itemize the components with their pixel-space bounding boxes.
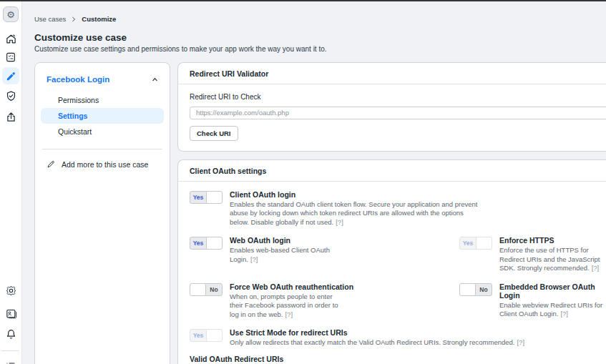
help-link[interactable]: [?] — [336, 218, 343, 226]
validator-card-title: Redirect URI Validator — [178, 63, 606, 84]
oauth-card-title: Client OAuth settings — [178, 160, 606, 182]
setting-title: Use Strict Mode for redirect URIs — [230, 328, 524, 337]
toggle-enforce-https: Yes — [459, 237, 492, 250]
toggle-knob — [206, 330, 222, 341]
toggle-web-oauth-login[interactable]: Yes — [190, 237, 223, 250]
toggle-state-label: Yes — [190, 192, 206, 203]
settings-gear-icon — [5, 285, 17, 297]
setting-description: When on, prompts people to enter their F… — [230, 292, 346, 320]
toggle-knob — [206, 237, 222, 249]
toggle-knob — [476, 237, 492, 249]
use-case-nav-panel: Facebook Login Permissions Settings Quic… — [34, 62, 170, 364]
setting-title: Force Web OAuth reauthentication — [230, 282, 353, 291]
toggle-strict-mode: Yes — [190, 329, 223, 342]
use-case-title: Facebook Login — [47, 75, 109, 84]
pencil-icon — [6, 71, 16, 82]
home-nav-button[interactable] — [2, 30, 19, 47]
edit-pencil-icon — [47, 159, 56, 169]
toggle-embedded-browser-login[interactable]: No — [459, 283, 492, 296]
toggle-state-label: Yes — [190, 330, 206, 341]
add-more-button[interactable]: Add more to this use case — [35, 149, 170, 179]
valid-oauth-redirect-uris-section: Valid OAuth Redirect URIs A manually spe… — [190, 355, 606, 364]
setting-description: Enforce the use of HTTPS for Redirect UR… — [499, 246, 606, 273]
help-link[interactable]: [?] — [560, 310, 568, 318]
publish-nav-button[interactable] — [2, 108, 19, 125]
checklist-icon — [5, 51, 16, 63]
setting-description: Enables the standard OAuth client token … — [230, 200, 482, 227]
app-avatar-button[interactable]: ⚙ — [2, 6, 19, 23]
toggle-knob — [206, 192, 222, 203]
sidebar-divider — [1, 350, 19, 351]
setting-web-oauth-login: Yes Web OAuth login Enables web-based Cl… — [190, 236, 459, 273]
help-link[interactable]: [?] — [517, 338, 524, 346]
toggle-force-reauthentication[interactable]: No — [190, 283, 223, 296]
breadcrumb: Use cases Customize — [34, 15, 116, 23]
page-subtitle: Customize use case settings and permissi… — [34, 45, 327, 53]
nav-item-permissions[interactable]: Permissions — [41, 92, 164, 108]
use-case-header[interactable]: Facebook Login — [35, 63, 170, 92]
setting-title: Web OAuth login — [230, 236, 346, 245]
setting-description: Enables web-based Client OAuth Login.[?] — [230, 246, 346, 264]
menu-list-button[interactable] — [2, 358, 19, 364]
nav-item-settings[interactable]: Settings — [41, 108, 164, 124]
app-settings-button[interactable] — [2, 282, 19, 299]
redirect-uri-field-label: Redirect URI to Check — [190, 93, 606, 101]
chevron-right-icon — [71, 16, 77, 22]
setting-description: Only allow redirects that exactly match … — [230, 338, 524, 348]
nav-item-quickstart[interactable]: Quickstart — [41, 124, 164, 139]
shield-check-icon — [5, 90, 17, 102]
publish-up-arrow-icon — [5, 111, 17, 123]
app-roles-button[interactable] — [2, 305, 19, 322]
check-uri-button[interactable]: Check URI — [190, 126, 238, 141]
toggle-state-label: No — [206, 284, 222, 295]
toggle-state-label: Yes — [460, 237, 476, 249]
toggle-knob — [460, 284, 476, 295]
notifications-bell-icon — [5, 328, 17, 340]
requirements-nav-button[interactable] — [2, 49, 19, 66]
page-title: Customize use case — [34, 32, 127, 43]
toggle-state-label: No — [476, 284, 492, 295]
setting-enforce-https: Yes Enforce HTTPS Enforce the use of HTT… — [459, 236, 606, 273]
redirect-uri-input[interactable] — [190, 107, 606, 119]
setting-force-reauthentication: No Force Web OAuth reauthentication When… — [190, 282, 459, 320]
app-sidebar: ⚙ — [0, 1, 22, 364]
toggle-client-oauth-login[interactable]: Yes — [190, 191, 223, 204]
app-review-nav-button[interactable] — [2, 87, 19, 104]
chevron-up-icon — [152, 77, 158, 83]
notifications-button[interactable] — [2, 325, 19, 343]
app-gear-avatar-icon: ⚙ — [3, 6, 19, 22]
toggle-knob — [190, 284, 206, 295]
help-link[interactable]: [?] — [250, 255, 258, 263]
main-content: Redirect URI Validator Redirect URI to C… — [177, 62, 606, 364]
breadcrumb-current: Customize — [82, 15, 116, 23]
help-link[interactable]: [?] — [592, 264, 600, 272]
menu-list-icon — [5, 360, 16, 364]
contact-card-icon — [5, 308, 17, 320]
breadcrumb-use-cases-link[interactable]: Use cases — [34, 15, 66, 23]
help-link[interactable]: [?] — [285, 310, 293, 318]
setting-title: Enforce HTTPS — [499, 236, 606, 245]
setting-strict-mode: Yes Use Strict Mode for redirect URIs On… — [190, 328, 524, 348]
setting-title: Client OAuth login — [230, 190, 482, 199]
add-more-label: Add more to this use case — [62, 160, 148, 169]
redirect-uri-validator-card: Redirect URI Validator Redirect URI to C… — [177, 62, 606, 152]
window-top-edge — [0, 0, 606, 1]
toggle-state-label: Yes — [190, 237, 206, 249]
client-oauth-settings-card: Client OAuth settings Yes Client OAuth l… — [177, 159, 606, 364]
setting-embedded-browser-login: No Embedded Browser OAuth Login Enable w… — [459, 282, 606, 320]
home-icon — [5, 33, 17, 45]
customize-nav-button[interactable] — [2, 67, 19, 84]
setting-description: Enable webview Redirect URIs for Client … — [499, 301, 606, 319]
setting-client-oauth-login: Yes Client OAuth login Enables the stand… — [190, 190, 482, 227]
setting-title: Embedded Browser OAuth Login — [499, 282, 606, 300]
redirect-uris-title: Valid OAuth Redirect URIs — [190, 355, 606, 363]
